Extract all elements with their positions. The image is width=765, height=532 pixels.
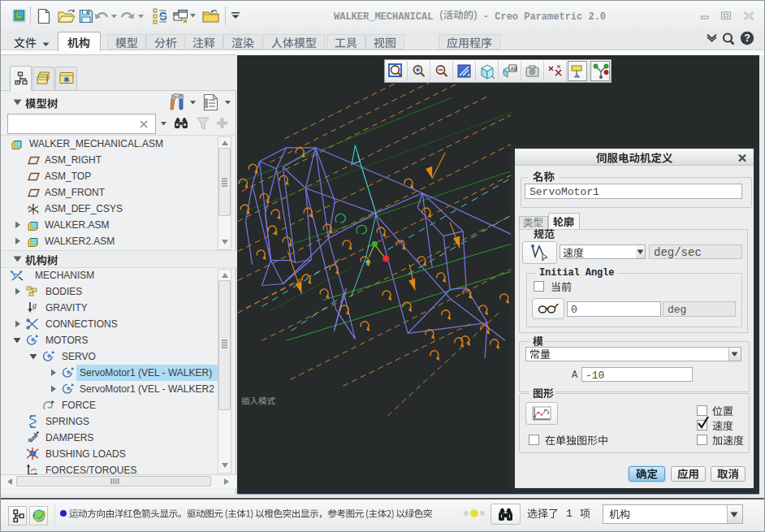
svg-text:?: ?: [744, 32, 750, 44]
svg-text:g: g: [32, 301, 37, 309]
svg-text:z: z: [37, 210, 40, 214]
svg-text:y: y: [32, 203, 35, 207]
svg-text:AB: AB: [511, 66, 518, 71]
